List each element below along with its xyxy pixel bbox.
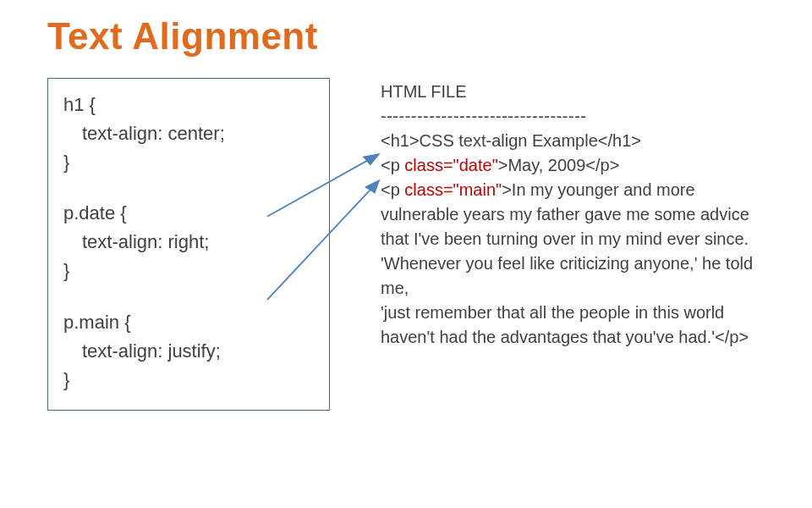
tag-gt: > (498, 156, 508, 174)
html-line-main-cont: 'just remember that all the people in th… (381, 301, 765, 350)
tag-attr: class="date" (404, 156, 497, 174)
tag-close: </p> (585, 156, 619, 174)
slide: Text Alignment h1 { text-align: center; … (0, 0, 812, 508)
html-line-h1: <h1>CSS text-align Example</h1> (381, 129, 765, 153)
css-code-box: h1 { text-align: center; } p.date { text… (47, 78, 330, 411)
tag-text: 'just remember that all the people in th… (381, 303, 724, 346)
tag-text: CSS text-align Example (420, 131, 598, 150)
tag-text: May, 2009 (508, 156, 585, 174)
css-property: text-align: justify; (63, 337, 314, 366)
css-rule-date: p.date { text-align: right; } (63, 199, 314, 285)
css-rule-h1: h1 { text-align: center; } (63, 91, 314, 177)
tag-open: <p (381, 180, 404, 199)
content-row: h1 { text-align: center; } p.date { text… (47, 78, 765, 411)
html-line-date: <p class="date">May, 2009</p> (381, 153, 765, 178)
css-selector: p.main { (63, 312, 131, 333)
css-selector: p.date { (63, 202, 127, 224)
tag-attr: class="main" (404, 180, 502, 199)
css-selector: h1 { (63, 94, 96, 115)
html-code-column: HTML FILE ------------------------------… (381, 78, 765, 411)
css-close-brace: } (63, 260, 69, 281)
html-divider: ---------------------------------- (381, 104, 765, 129)
tag-open: <h1> (381, 131, 420, 150)
slide-title: Text Alignment (47, 15, 765, 58)
html-line-main: <p class="main">In my younger and more v… (381, 178, 765, 301)
html-header: HTML FILE (381, 80, 765, 104)
css-close-brace: } (63, 369, 69, 390)
css-rule-main: p.main { text-align: justify; } (63, 308, 314, 395)
css-close-brace: } (63, 152, 69, 173)
tag-close: </p> (715, 328, 749, 346)
css-property: text-align: center; (63, 119, 314, 148)
tag-gt: > (502, 180, 512, 199)
css-property: text-align: right; (63, 228, 314, 257)
tag-close: </h1> (598, 131, 641, 150)
tag-open: <p (381, 156, 404, 174)
